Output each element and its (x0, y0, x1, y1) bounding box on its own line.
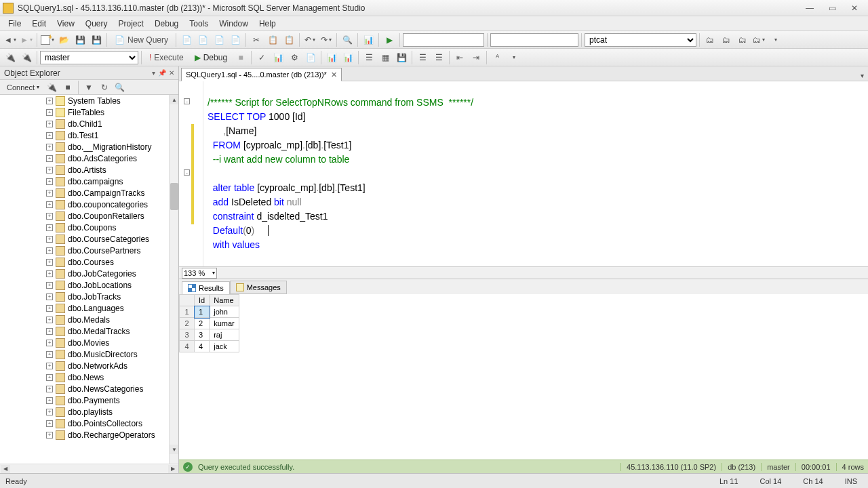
redo-button[interactable]: ↷▾ (319, 33, 334, 47)
database-selector[interactable]: master (40, 51, 138, 64)
row-header[interactable]: 3 (180, 329, 195, 341)
sql-editor[interactable]: - - /****** Script for SelectTopNRows co… (179, 81, 868, 266)
expand-icon[interactable]: + (46, 397, 53, 404)
tree-table[interactable]: +dbo.Movies (0, 337, 178, 348)
registered-servers-button[interactable]: 🗂 (703, 33, 717, 47)
expand-icon[interactable]: + (46, 432, 53, 439)
tree-table[interactable]: +dbo.NewsCategories (0, 383, 178, 394)
dmx-query-button[interactable]: 📄 (228, 33, 243, 47)
debug-button[interactable]: ▶ Debug (190, 50, 232, 65)
paste-button[interactable]: 📋 (281, 33, 296, 47)
change-connection-button[interactable]: 🔌 (19, 50, 34, 65)
tree-folder[interactable]: +System Tables (0, 95, 178, 106)
stop-oe-button[interactable]: ■ (61, 81, 75, 94)
tree-table[interactable]: +dbo.CoursePartners (0, 245, 178, 256)
expand-icon[interactable]: + (46, 409, 53, 415)
column-header[interactable]: Id (195, 295, 210, 306)
cell[interactable]: raj (210, 329, 239, 341)
properties-button[interactable]: 🗂▾ (751, 33, 766, 47)
execute-button[interactable]: ! Execute (144, 50, 189, 65)
solution-config-combo[interactable] (403, 33, 484, 47)
results-file-button[interactable]: 💾 (394, 50, 409, 65)
analysis-query-button[interactable]: 📄 (195, 33, 210, 47)
cell[interactable]: 3 (195, 329, 210, 341)
tree-table[interactable]: +dbo.Languages (0, 302, 178, 314)
filter-button[interactable]: ▼ (82, 81, 96, 94)
tree-table[interactable]: +dbo.CampaignTracks (0, 187, 178, 199)
scroll-right-icon[interactable]: ▶ (168, 465, 178, 473)
tab-list-dropdown[interactable]: ▾ (859, 70, 865, 81)
tree-table[interactable]: +dbo.Courses (0, 256, 178, 268)
scroll-down-icon[interactable]: ▼ (170, 445, 178, 454)
cell[interactable]: 2 (195, 318, 210, 329)
scroll-thumb[interactable] (170, 183, 178, 210)
dropdown-icon[interactable]: ▾ (152, 69, 155, 77)
tree-table[interactable]: +dbo.CourseCategories (0, 233, 178, 245)
tree-table[interactable]: +dbo.Payments (0, 394, 178, 406)
object-explorer-tree[interactable]: +System Tables+FileTables+db.Child1+db.T… (0, 95, 178, 464)
menu-view[interactable]: View (52, 18, 80, 30)
expand-icon[interactable]: + (46, 282, 53, 289)
table-row[interactable]: 33raj (180, 329, 239, 341)
connect-dropdown[interactable]: Connect ▾ (3, 82, 43, 93)
cut-button[interactable]: ✂ (249, 33, 264, 47)
expand-icon[interactable]: + (46, 132, 53, 139)
row-header[interactable]: 2 (180, 318, 195, 329)
expand-icon[interactable]: + (46, 155, 53, 162)
tree-table[interactable]: +dbo.RechargeOperators (0, 429, 178, 441)
expand-icon[interactable]: + (46, 98, 53, 104)
tree-table[interactable]: +dbo.CouponRetailers (0, 210, 178, 222)
tree-table[interactable]: +dbo.campaigns (0, 176, 178, 187)
tree-table[interactable]: +dbo.MedalTracks (0, 325, 178, 337)
toolbar-options-button[interactable]: ▾ (768, 33, 783, 47)
menu-window[interactable]: Window (214, 18, 254, 30)
pin-icon[interactable]: 📌 (158, 69, 166, 77)
expand-icon[interactable]: + (46, 270, 53, 277)
tree-table[interactable]: +db.Test1 (0, 129, 178, 141)
query-options-button[interactable]: ⚙ (287, 50, 302, 65)
tree-table[interactable]: +dbo.AdsCategories (0, 152, 178, 164)
template-browser-button[interactable]: 🗂 (735, 33, 750, 47)
search-oe-button[interactable]: 🔍 (113, 81, 127, 94)
expand-icon[interactable]: + (46, 236, 53, 243)
results-grid[interactable]: Id Name 11john22kumar33raj44jack (179, 294, 868, 460)
table-row[interactable]: 22kumar (180, 318, 239, 329)
back-button[interactable]: ◄▾ (3, 33, 18, 47)
actual-plan-button[interactable]: 📊 (324, 50, 339, 65)
close-button[interactable]: ✕ (844, 1, 865, 15)
expand-icon[interactable]: + (46, 247, 53, 254)
connect-button[interactable]: 🔌 (3, 50, 18, 65)
save-button[interactable]: 💾 (73, 33, 87, 47)
tree-table[interactable]: +dbo.MusicDirectors (0, 348, 178, 360)
estimated-plan-button[interactable]: 📊 (271, 50, 285, 65)
refresh-button[interactable]: ↻ (98, 81, 111, 94)
menu-query[interactable]: Query (80, 18, 113, 30)
new-project-button[interactable]: ▾ (40, 33, 55, 47)
mdx-query-button[interactable]: 📄 (212, 33, 226, 47)
new-query-button[interactable]: 📄 New Query (110, 33, 173, 47)
menu-help[interactable]: Help (254, 18, 281, 30)
object-explorer-button[interactable]: 🗂 (719, 33, 734, 47)
cell[interactable]: john (210, 306, 239, 318)
intellisense-button[interactable]: 📄 (303, 50, 318, 65)
client-stats-button[interactable]: 📊 (340, 50, 355, 65)
tab-close-icon[interactable]: ✕ (331, 70, 337, 79)
tree-table[interactable]: +dbo.couponcategories (0, 199, 178, 210)
results-text-button[interactable]: ☰ (361, 50, 376, 65)
menu-project[interactable]: Project (113, 18, 149, 30)
tree-table[interactable]: +dbo.JobCategories (0, 268, 178, 279)
expand-icon[interactable]: + (46, 374, 53, 381)
cell[interactable]: kumar (210, 318, 239, 329)
tree-table[interactable]: +dbo.JobLocations (0, 279, 178, 291)
maximize-button[interactable]: ▭ (821, 1, 843, 15)
tree-table[interactable]: +dbo.Medals (0, 314, 178, 325)
zoom-combo[interactable]: 133 %▾ (182, 268, 217, 279)
disconnect-button[interactable]: 🔌 (45, 81, 59, 94)
results-grid-button[interactable]: ▦ (378, 50, 393, 65)
table-row[interactable]: 44jack (180, 341, 239, 352)
open-file-button[interactable]: 📂 (56, 33, 71, 47)
menu-edit[interactable]: Edit (26, 18, 52, 30)
tab-results[interactable]: Results (182, 281, 230, 295)
expand-icon[interactable]: + (46, 201, 53, 208)
expand-icon[interactable]: + (46, 293, 53, 300)
